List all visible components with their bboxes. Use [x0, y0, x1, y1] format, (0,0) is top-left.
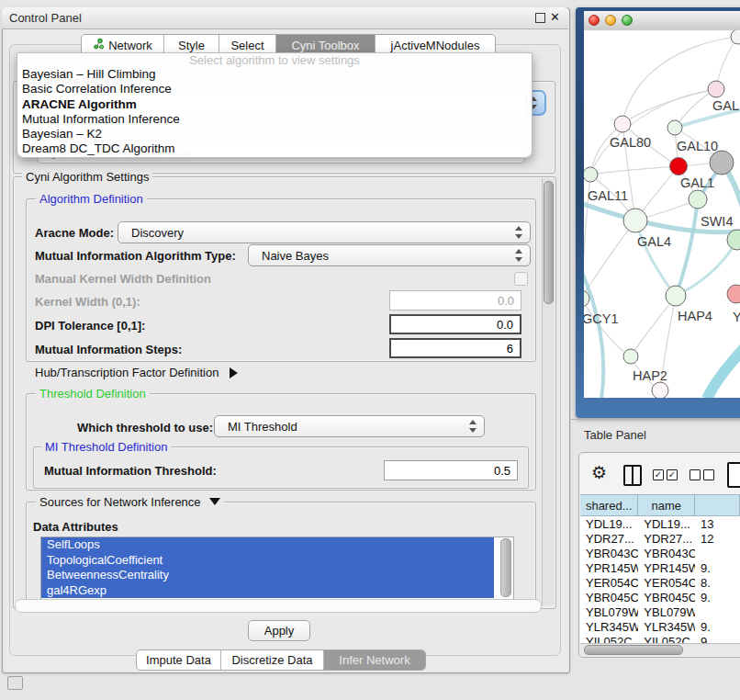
- node-hap2[interactable]: [623, 349, 638, 364]
- table-cell: YIL052C: [580, 635, 638, 644]
- bottom-tab-discretize-data[interactable]: Discretize Data: [221, 650, 324, 670]
- algorithm-item[interactable]: Mutual Information Inference: [17, 112, 532, 127]
- mi-steps-input[interactable]: 6: [389, 338, 521, 358]
- table-cell: YDL19...: [638, 517, 695, 531]
- table-cell: YBR045C: [638, 591, 695, 604]
- settings-vertical-scrollbar-thumb[interactable]: [544, 181, 554, 304]
- network-canvas[interactable]: GALGAL80GAL10GAL1GAL11SWI4GAL4GCY1HAP4YH…: [584, 30, 740, 398]
- attribute-item[interactable]: SelfLoops: [41, 537, 494, 553]
- node-bottom-partial[interactable]: [652, 382, 668, 398]
- close-icon[interactable]: ✕: [550, 10, 560, 24]
- node-swi4[interactable]: [689, 190, 707, 209]
- node-gray[interactable]: [710, 151, 734, 175]
- network-edge[interactable]: [584, 299, 631, 356]
- sources-title[interactable]: Sources for Network Inference: [36, 495, 224, 509]
- minimize-traffic-light-icon[interactable]: [605, 15, 616, 26]
- dpi-tolerance-input[interactable]: 0.0: [389, 314, 521, 334]
- table-row[interactable]: YDL19...YDL19...13: [580, 516, 740, 531]
- table-panel-title: Table Panel: [584, 428, 646, 442]
- zoom-traffic-light-icon[interactable]: [622, 15, 633, 26]
- table-row[interactable]: YER054CYER054C8.: [580, 575, 740, 590]
- node-hap4[interactable]: [666, 286, 686, 306]
- which-threshold-value: MI Threshold: [228, 420, 297, 434]
- node-gal4[interactable]: [623, 209, 647, 232]
- deselect-all-checkbox-icon[interactable]: [690, 469, 701, 480]
- control-panel-titlebar[interactable]: [2, 7, 568, 29]
- manual-kernel-checkbox[interactable]: [514, 272, 528, 286]
- float-window-icon[interactable]: [535, 13, 545, 23]
- attribute-item[interactable]: TopologicalCoefficient: [41, 553, 494, 569]
- table-row[interactable]: YLR345WYLR345W9.: [580, 619, 740, 634]
- mi-steps-label: Mutual Information Steps:: [35, 343, 182, 356]
- sources-title-text: Sources for Network Inference: [39, 495, 201, 509]
- mi-type-value: Naive Bayes: [262, 249, 329, 263]
- node-gal10[interactable]: [667, 120, 682, 135]
- popup-placeholder: Select algorithm to view settings: [17, 53, 532, 67]
- column-layout-icon[interactable]: [623, 465, 642, 486]
- network-tab-icon: [93, 38, 104, 52]
- settings-horizontal-scrollbar[interactable]: [15, 599, 542, 613]
- algorithm-list: Bayesian – Hill ClimbingBasic Correlatio…: [17, 67, 532, 157]
- table-row[interactable]: YBL079WYBL079W: [580, 604, 740, 619]
- apply-button[interactable]: Apply: [248, 620, 310, 641]
- table-row[interactable]: YDR27...YDR27...12: [580, 531, 740, 546]
- algorithm-item[interactable]: Basic Correlation Inference: [17, 82, 532, 96]
- network-edge[interactable]: [635, 220, 676, 296]
- attributes-list-scrollbar-thumb[interactable]: [500, 538, 511, 597]
- bottom-tab-impute-data[interactable]: Impute Data: [137, 650, 221, 670]
- node-salmon[interactable]: [727, 285, 740, 303]
- panel-divider[interactable]: [569, 419, 740, 420]
- node-gal11[interactable]: [584, 167, 598, 182]
- column-header-extra[interactable]: [695, 495, 740, 515]
- table-header-row: shared...name: [580, 494, 740, 516]
- attribute-item[interactable]: gal4RGexp: [41, 583, 494, 599]
- node-gal-top[interactable]: [708, 81, 724, 97]
- algorithm-item[interactable]: Bayesian – K2: [17, 127, 532, 141]
- table-horizontal-scrollbar-thumb[interactable]: [584, 645, 683, 655]
- table-cell: YDL19...: [580, 517, 638, 531]
- algorithm-item[interactable]: ARACNE Algorithm: [17, 97, 532, 112]
- bottom-tab-infer-network[interactable]: Infer Network: [324, 650, 425, 670]
- network-edge[interactable]: [590, 89, 716, 175]
- table-cell: 8.: [695, 576, 740, 590]
- network-edge[interactable]: [631, 296, 676, 356]
- gear-icon[interactable]: ⚙: [591, 463, 607, 483]
- node-gal80[interactable]: [614, 116, 631, 132]
- collapsed-panel-icon[interactable]: [7, 676, 23, 690]
- document-icon[interactable]: [727, 462, 740, 488]
- node-label: SWI4: [701, 214, 733, 229]
- network-edge[interactable]: [584, 220, 635, 299]
- network-edge[interactable]: [707, 343, 740, 398]
- table-row[interactable]: YBR045CYBR045C9.: [580, 590, 740, 604]
- kernel-width-input[interactable]: 0.0: [389, 290, 521, 310]
- mi-threshold-input[interactable]: 0.5: [384, 460, 518, 480]
- node-top-partial[interactable]: [731, 30, 740, 44]
- network-edge[interactable]: [676, 199, 698, 296]
- aracne-mode-combobox[interactable]: Discovery: [118, 221, 531, 243]
- table-cell: YBR043C: [638, 547, 695, 560]
- table-cell: 12: [695, 532, 740, 546]
- table-row[interactable]: YPR145WYPR145W9.: [580, 560, 740, 575]
- algorithm-dropdown-popup: Select algorithm to view settings Bayesi…: [17, 52, 533, 158]
- which-threshold-combobox[interactable]: MI Threshold: [214, 415, 485, 437]
- algorithm-item[interactable]: Bayesian – Hill Climbing: [17, 67, 532, 82]
- select-all-checkbox-icon[interactable]: ✓: [667, 469, 678, 480]
- column-header-shared...[interactable]: shared...: [580, 495, 638, 515]
- table-row[interactable]: YIL052CYIL052C9.: [580, 634, 740, 643]
- select-all-checkbox-icon[interactable]: ✓: [653, 469, 664, 480]
- collapsed-arrow-icon: [230, 367, 238, 378]
- deselect-all-checkbox-icon[interactable]: [703, 469, 714, 480]
- attribute-item[interactable]: BetweennessCentrality: [41, 568, 494, 583]
- column-header-name[interactable]: name: [638, 495, 695, 515]
- table-cell: YLR345W: [638, 620, 695, 634]
- table-cell: YBR043C: [580, 547, 638, 560]
- data-attributes-list[interactable]: SelfLoopsTopologicalCoefficientBetweenne…: [40, 536, 514, 601]
- algorithm-item[interactable]: Dream8 DC_TDC Algorithm: [17, 141, 532, 156]
- close-traffic-light-icon[interactable]: [589, 15, 600, 26]
- node-gal1[interactable]: [670, 158, 688, 175]
- mi-type-combobox[interactable]: Naive Bayes: [248, 244, 531, 266]
- network-edge[interactable]: [590, 166, 678, 175]
- table-row[interactable]: YBR043CYBR043C: [580, 546, 740, 560]
- node-label: GAL4: [637, 234, 671, 249]
- hub-definition-section[interactable]: Hub/Transcription Factor Definition: [35, 366, 238, 379]
